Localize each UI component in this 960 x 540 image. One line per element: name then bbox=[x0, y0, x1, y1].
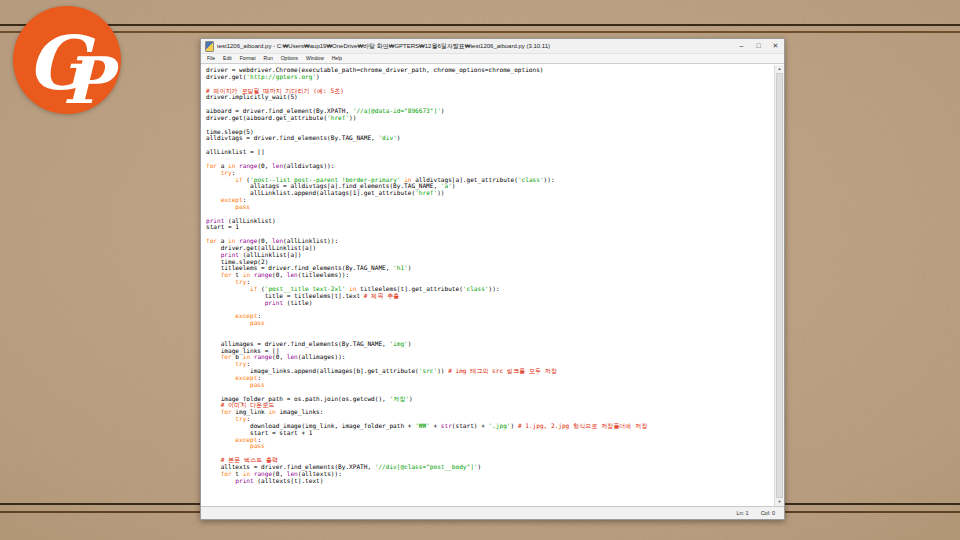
menu-item-run[interactable]: Run bbox=[262, 54, 275, 63]
menu-item-format[interactable]: Format bbox=[238, 54, 258, 63]
menu-bar: FileEditFormatRunOptionsWindowHelp bbox=[201, 54, 784, 64]
horizontal-line-top-2 bbox=[0, 31, 960, 33]
code-line: except: bbox=[206, 375, 774, 382]
code-line: start = 1 bbox=[206, 224, 774, 231]
status-line-number: Ln: 1 bbox=[736, 510, 748, 516]
menu-item-options[interactable]: Options bbox=[279, 54, 300, 63]
code-line: for img_link in image_links: bbox=[206, 409, 774, 416]
status-bar: Ln: 1 Col: 0 bbox=[201, 506, 784, 519]
code-line: for a in range(0, len(alldivtags)): bbox=[206, 163, 774, 170]
code-line: pass bbox=[206, 382, 774, 389]
code-line: pass bbox=[206, 320, 774, 327]
idle-editor-window: test1206_aiboard.py - C:₩Users₩aup19₩One… bbox=[200, 38, 785, 520]
code-line: except: bbox=[206, 313, 774, 320]
code-line bbox=[206, 307, 774, 314]
minimize-button[interactable]: – bbox=[733, 39, 750, 53]
code-line bbox=[206, 122, 774, 129]
window-controls: – □ ✕ bbox=[733, 39, 784, 53]
code-line: driver.get(aiboard.get_attribute('href')… bbox=[206, 115, 774, 122]
code-line: pass bbox=[206, 204, 774, 211]
code-line: allLinklist = [] bbox=[206, 149, 774, 156]
vertical-scrollbar[interactable]: ▲ ▼ bbox=[774, 65, 784, 506]
menu-item-file[interactable]: File bbox=[205, 54, 217, 63]
maximize-button[interactable]: □ bbox=[750, 39, 767, 53]
code-line bbox=[206, 142, 774, 149]
code-line: print (allLinklist[a]) bbox=[206, 252, 774, 259]
code-lines: driver = webdriver.Chrome(executable_pat… bbox=[206, 67, 774, 484]
close-button[interactable]: ✕ bbox=[767, 39, 784, 53]
window-title-bar[interactable]: test1206_aiboard.py - C:₩Users₩aup19₩One… bbox=[201, 39, 784, 54]
menu-item-edit[interactable]: Edit bbox=[221, 54, 234, 63]
code-line: driver.implicitly_wait(5) bbox=[206, 94, 774, 101]
code-line: pass bbox=[206, 443, 774, 450]
python-file-icon bbox=[205, 41, 214, 52]
scroll-down-icon[interactable]: ▼ bbox=[775, 498, 784, 506]
menu-item-help[interactable]: Help bbox=[330, 54, 344, 63]
code-line: for b in range(0, len(allimages)): bbox=[206, 354, 774, 361]
code-line: start = start + 1 bbox=[206, 430, 774, 437]
code-line: except: bbox=[206, 437, 774, 444]
code-line: image_links.append(allimages[b].get_attr… bbox=[206, 368, 774, 375]
code-line: for t in range(0, len(titleelems)): bbox=[206, 272, 774, 279]
gp-logo: G P bbox=[11, 5, 123, 115]
code-line: except: bbox=[206, 197, 774, 204]
code-line bbox=[206, 211, 774, 218]
code-line bbox=[206, 450, 774, 457]
code-line: print (alltexts[t].text) bbox=[206, 478, 774, 485]
horizontal-line-top-1 bbox=[0, 24, 960, 26]
code-line: print (allLinklist) bbox=[206, 218, 774, 225]
code-line: allimages = driver.find_elements(By.TAG_… bbox=[206, 341, 774, 348]
code-line: driver.get('http://gpters.org') bbox=[206, 74, 774, 81]
code-line: print (title) bbox=[206, 300, 774, 307]
code-line: allLinklist.append(allatags[1].get_attri… bbox=[206, 190, 774, 197]
code-line bbox=[206, 327, 774, 334]
code-line: image_folder_path = os.path.join(os.getc… bbox=[206, 396, 774, 403]
scrollbar-thumb[interactable] bbox=[776, 73, 783, 498]
code-editor-area[interactable]: driver = webdriver.Chrome(executable_pat… bbox=[201, 65, 784, 506]
menu-item-window[interactable]: Window bbox=[304, 54, 326, 63]
scroll-up-icon[interactable]: ▲ bbox=[775, 65, 784, 73]
code-line: alldivtags = driver.find_elements(By.TAG… bbox=[206, 135, 774, 142]
window-title: test1206_aiboard.py - C:₩Users₩aup19₩One… bbox=[217, 42, 733, 51]
status-column-number: Col: 0 bbox=[761, 510, 775, 516]
